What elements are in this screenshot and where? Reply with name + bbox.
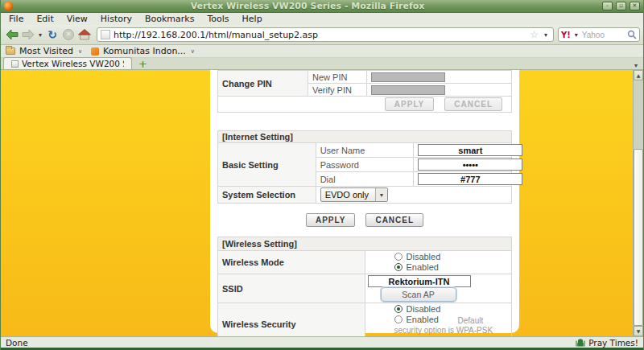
home-button[interactable] [76,27,93,43]
radio-icon[interactable] [394,263,402,271]
mode-disabled-option[interactable]: Disabled [394,252,452,261]
new-tab-button[interactable]: + [132,59,154,69]
dial-input[interactable] [418,173,522,185]
change-pin-cancel-button[interactable]: CANCEL [444,97,502,111]
rss-icon [91,47,99,56]
security-enabled-option[interactable]: Enabled [394,315,452,324]
wireless-mode-cell: Disabled Enabled [365,251,512,274]
table-row: SSID Scan AP [218,274,512,303]
wireless-security-label: Wireless Security [218,303,365,336]
radio-icon[interactable] [394,305,402,313]
wireless-setting-header: [Wireless Setting] [218,237,512,251]
minimize-button[interactable]: – [602,2,613,10]
tab-vertex-wireless[interactable]: Vertex Wireless VW200 Series [3,57,132,69]
bookmark-komunitas[interactable]: Komunitas Indon... [103,46,186,56]
wireless-mode-label: Wireless Mode [218,251,365,274]
titlebar: Vertex Wireless VW200 Series - Mozilla F… [1,0,643,13]
table-row: System Selection EVDO only ▼ [218,187,512,204]
chevron-down-icon[interactable]: ∨ [78,48,82,55]
url-bar[interactable]: ☆ ▾ [97,27,554,42]
close-button[interactable]: ✕ [630,2,640,10]
history-dropdown-icon[interactable]: ▾ [36,31,44,39]
basic-setting-label: Basic Setting [218,143,316,187]
stop-icon: ✕ [63,29,74,40]
menu-bookmarks[interactable]: Bookmarks [138,14,200,24]
tab-list-dropdown-icon[interactable]: ▾ [631,62,641,69]
table-row: Change PIN New PIN [218,71,512,84]
radio-icon[interactable] [394,253,402,261]
internet-cancel-button[interactable]: CANCEL [365,213,423,227]
radio-icon[interactable] [394,315,402,323]
ssid-label: SSID [218,274,365,303]
pray-times-label[interactable]: Pray Times! [588,338,638,348]
url-input[interactable] [114,30,526,40]
mode-disabled-label: Disabled [407,252,441,261]
tab-bar: Vertex Wireless VW200 Series + ▾ [1,58,643,70]
username-input[interactable] [418,144,522,156]
navigation-toolbar: ▾ ↻ ✕ ☆ ▾ Y! ▾ [1,25,643,45]
dial-label: Dial [316,172,414,187]
search-icon[interactable] [627,30,637,39]
search-input[interactable] [582,31,625,39]
system-selection-select[interactable]: EVDO only ▼ [320,187,388,202]
scrollbar-thumb[interactable] [634,149,643,326]
menu-file[interactable]: File [2,14,30,24]
page-favicon [101,30,110,39]
back-icon [6,29,19,40]
password-cell [414,158,512,172]
tab-title: Vertex Wireless VW200 Series [22,59,124,68]
browser-window: Vertex Wireless VW200 Series - Mozilla F… [0,0,644,350]
wireless-setting-table: [Wireless Setting] Wireless Mode Disable… [217,237,512,336]
bookmark-most-visited[interactable]: Most Visited [19,46,73,56]
username-label: User Name [316,143,414,158]
back-button[interactable] [4,27,20,43]
reload-button[interactable]: ↻ [44,27,60,43]
firefox-icon [4,2,13,10]
bookmark-star-icon[interactable]: ☆ [530,29,539,40]
password-label: Password [316,158,414,172]
search-engine-dropdown-icon[interactable]: ▾ [572,31,580,39]
maximize-button[interactable]: ▫ [616,2,626,10]
content-panel: Change PIN New PIN Verify PIN APPLY CANC… [210,70,519,333]
internet-buttons: APPLY CANCEL [217,213,512,227]
change-pin-apply-button[interactable]: APPLY [385,97,434,111]
security-disabled-option[interactable]: Disabled [394,304,452,314]
forward-button[interactable] [20,27,36,43]
system-selection-cell: EVDO only ▼ [316,187,511,204]
username-cell [414,143,512,158]
vertical-scrollbar[interactable]: ▲ ▼ [633,70,643,336]
status-text: Done [6,338,28,348]
menu-view[interactable]: View [60,14,94,24]
mosque-icon [576,338,585,347]
internet-setting-table: [Internet Setting] Basic Setting User Na… [217,130,512,204]
folder-icon [6,47,15,55]
scroll-down-button[interactable]: ▼ [634,326,643,336]
table-row: Wireless Security Disabled Enabled Defau… [218,303,512,336]
password-input[interactable] [418,159,522,171]
internet-apply-button[interactable]: APPLY [306,213,355,227]
mode-enabled-label: Enabled [407,262,439,272]
verify-pin-label: Verify PIN [308,84,367,97]
menu-edit[interactable]: Edit [30,14,60,24]
ssid-input[interactable] [368,275,471,287]
status-right: Pray Times! [576,338,638,348]
search-box[interactable]: Y! ▾ [558,27,640,42]
ssid-cell: Scan AP [365,274,512,303]
menu-help[interactable]: Help [236,14,269,24]
chevron-down-icon: ▼ [375,188,387,201]
mode-enabled-option[interactable]: Enabled [394,262,452,272]
tab-favicon [11,60,19,68]
stop-button[interactable]: ✕ [60,27,76,43]
menu-tools[interactable]: Tools [200,14,235,24]
dial-cell [414,172,512,187]
bookmarks-toolbar: Most Visited ∨ Komunitas Indon... ∨ [1,45,643,58]
url-dropdown-icon[interactable]: ▾ [542,31,550,39]
verify-pin-field [371,85,445,95]
menu-history[interactable]: History [94,14,138,24]
table-row: Basic Setting User Name [218,143,512,158]
internet-setting-header: [Internet Setting] [218,131,512,143]
new-pin-field [371,72,445,82]
chevron-down-icon[interactable]: ∨ [191,48,195,55]
scan-ap-button[interactable]: Scan AP [381,287,456,302]
scroll-up-button[interactable]: ▲ [634,70,643,80]
